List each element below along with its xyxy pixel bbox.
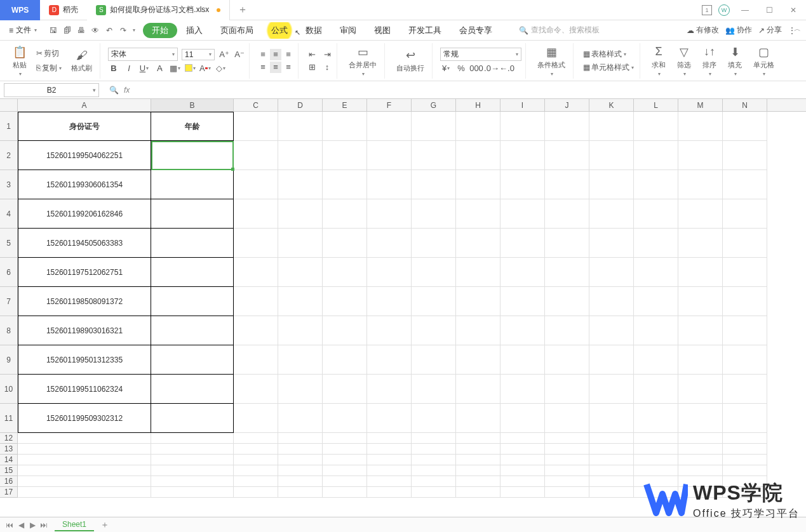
cell-C6[interactable] bbox=[234, 258, 278, 287]
cell-A4[interactable]: 152601199206162846 bbox=[18, 199, 151, 229]
col-header-C[interactable]: C bbox=[234, 99, 278, 111]
cell-E13[interactable] bbox=[323, 444, 367, 455]
row-header-1[interactable]: 1 bbox=[0, 112, 18, 141]
cell-E8[interactable] bbox=[323, 316, 367, 345]
cell-D2[interactable] bbox=[278, 141, 323, 170]
cell-D8[interactable] bbox=[278, 316, 323, 345]
dec-decimal-icon[interactable]: ←.0 bbox=[501, 62, 513, 74]
cell-A15[interactable] bbox=[18, 465, 151, 476]
cell-L9[interactable] bbox=[634, 345, 678, 375]
cell-C13[interactable] bbox=[234, 444, 278, 455]
cell-K1[interactable] bbox=[589, 112, 634, 141]
cell-M12[interactable] bbox=[678, 433, 723, 444]
percent-icon[interactable]: % bbox=[455, 62, 467, 74]
name-box[interactable]: B2▾ bbox=[4, 83, 99, 97]
row-header-10[interactable]: 10 bbox=[0, 375, 18, 404]
cell-E11[interactable] bbox=[323, 404, 367, 433]
zoom-formula-icon[interactable]: 🔍 bbox=[109, 86, 119, 95]
col-header-F[interactable]: F bbox=[367, 99, 412, 111]
number-format-select[interactable]: 常规▾ bbox=[440, 48, 521, 61]
tab-review[interactable]: 审阅 bbox=[331, 22, 365, 39]
font-size-select[interactable]: 11▾ bbox=[182, 49, 215, 60]
cell-N16[interactable] bbox=[723, 476, 767, 487]
cell-I5[interactable] bbox=[500, 229, 545, 258]
cell-H14[interactable] bbox=[456, 455, 500, 465]
indent-decrease-icon[interactable]: ⇤ bbox=[306, 49, 318, 60]
align-top-icon[interactable]: ≡ bbox=[257, 49, 269, 60]
cell-N9[interactable] bbox=[723, 345, 767, 375]
table-style-button[interactable]: ▦ 表格样式▾ bbox=[581, 48, 636, 60]
cell-B9[interactable] bbox=[151, 345, 234, 375]
cell-J2[interactable] bbox=[545, 141, 589, 170]
cell-C3[interactable] bbox=[234, 170, 278, 199]
cell-B4[interactable] bbox=[151, 199, 234, 229]
maximize-button[interactable]: ☐ bbox=[760, 1, 778, 19]
cell-L13[interactable] bbox=[634, 444, 678, 455]
cell-M8[interactable] bbox=[678, 316, 723, 345]
cell-G3[interactable] bbox=[412, 170, 456, 199]
cell-E9[interactable] bbox=[323, 345, 367, 375]
col-header-I[interactable]: I bbox=[500, 99, 545, 111]
fill-color-icon[interactable]: ▾ bbox=[184, 62, 196, 74]
cell-I14[interactable] bbox=[500, 455, 545, 465]
cell-M10[interactable] bbox=[678, 375, 723, 404]
cell-L4[interactable] bbox=[634, 199, 678, 229]
print-preview-icon[interactable]: 👁 bbox=[90, 25, 100, 36]
cell-N10[interactable] bbox=[723, 375, 767, 404]
cell-K9[interactable] bbox=[589, 345, 634, 375]
cell-N2[interactable] bbox=[723, 141, 767, 170]
cell-N5[interactable] bbox=[723, 229, 767, 258]
cell-I12[interactable] bbox=[500, 433, 545, 444]
cell-D12[interactable] bbox=[278, 433, 323, 444]
cell-H3[interactable] bbox=[456, 170, 500, 199]
cell-N6[interactable] bbox=[723, 258, 767, 287]
cell-E10[interactable] bbox=[323, 375, 367, 404]
merge-split-icon[interactable]: ⊞ bbox=[306, 62, 318, 73]
cell-J15[interactable] bbox=[545, 465, 589, 476]
filter-button[interactable]: ▽筛选▾ bbox=[673, 44, 695, 78]
format-painter-button[interactable]: 🖌格式刷 bbox=[67, 47, 96, 74]
paste-button[interactable]: 📋粘贴▾ bbox=[9, 44, 30, 78]
save-icon[interactable]: 🖫 bbox=[48, 25, 58, 36]
col-header-N[interactable]: N bbox=[723, 99, 767, 111]
cell-N7[interactable] bbox=[723, 287, 767, 316]
cell-F16[interactable] bbox=[367, 476, 412, 487]
cell-C1[interactable] bbox=[234, 112, 278, 141]
cell-H9[interactable] bbox=[456, 345, 500, 375]
cell-K17[interactable] bbox=[589, 487, 634, 498]
tab-insert[interactable]: 插入 bbox=[177, 22, 212, 39]
cell-E7[interactable] bbox=[323, 287, 367, 316]
cell-C17[interactable] bbox=[234, 487, 278, 498]
cell-M4[interactable] bbox=[678, 199, 723, 229]
cell-G13[interactable] bbox=[412, 444, 456, 455]
cell-D15[interactable] bbox=[278, 465, 323, 476]
cell-K5[interactable] bbox=[589, 229, 634, 258]
strike-icon[interactable]: A̵ bbox=[154, 62, 165, 74]
cell-button[interactable]: ▢单元格▾ bbox=[749, 44, 778, 78]
cell-B12[interactable] bbox=[151, 433, 234, 444]
sheet-nav-prev[interactable]: ◀ bbox=[15, 521, 27, 529]
cell-C5[interactable] bbox=[234, 229, 278, 258]
cell-F5[interactable] bbox=[367, 229, 412, 258]
cell-A6[interactable]: 152601197512062751 bbox=[18, 258, 151, 287]
redo-icon[interactable]: ↷ bbox=[118, 25, 128, 36]
select-all-corner[interactable] bbox=[0, 99, 18, 111]
row-header-16[interactable]: 16 bbox=[0, 476, 18, 487]
search-box[interactable]: 🔍 查找命令、搜索模板 bbox=[519, 25, 600, 36]
cell-F10[interactable] bbox=[367, 375, 412, 404]
cell-F7[interactable] bbox=[367, 287, 412, 316]
cell-M2[interactable] bbox=[678, 141, 723, 170]
col-header-E[interactable]: E bbox=[323, 99, 367, 111]
cell-G8[interactable] bbox=[412, 316, 456, 345]
cell-A2[interactable]: 152601199504062251 bbox=[18, 141, 151, 170]
cell-G11[interactable] bbox=[412, 404, 456, 433]
row-header-3[interactable]: 3 bbox=[0, 170, 18, 199]
cell-J17[interactable] bbox=[545, 487, 589, 498]
sum-button[interactable]: Σ求和▾ bbox=[648, 44, 669, 78]
border-icon[interactable]: ▦▾ bbox=[169, 62, 180, 74]
cell-M17[interactable] bbox=[678, 487, 723, 498]
cell-L10[interactable] bbox=[634, 375, 678, 404]
fx-icon[interactable]: fx bbox=[124, 86, 130, 95]
cell-L11[interactable] bbox=[634, 404, 678, 433]
cell-M14[interactable] bbox=[678, 455, 723, 465]
